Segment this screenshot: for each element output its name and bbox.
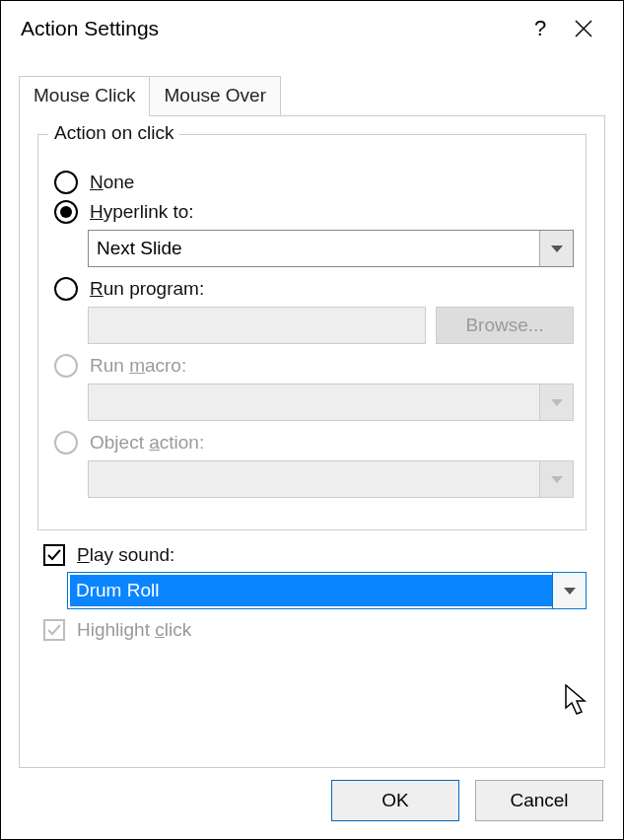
close-button[interactable] (562, 19, 605, 38)
hyperlink-radio[interactable] (54, 200, 78, 224)
objectaction-dropdown-arrow (539, 461, 573, 497)
radio-dot-icon (60, 206, 72, 218)
tab-mouse-over[interactable]: Mouse Over (150, 76, 280, 116)
highlight-row: Highlight click (43, 619, 587, 641)
chevron-down-icon (551, 399, 563, 406)
checkmark-icon (46, 622, 62, 638)
action-on-click-group: Action on click None Hyperlink to: Next … (37, 134, 587, 530)
hyperlink-label: Hyperlink to: (90, 201, 194, 223)
help-button[interactable]: ? (519, 16, 562, 41)
runmacro-dropdown-arrow (539, 385, 573, 420)
none-label: None (90, 172, 134, 193)
playsound-row: Play sound: (43, 544, 587, 566)
titlebar: Action Settings ? (1, 1, 623, 56)
runprogram-textbox (88, 307, 426, 344)
hyperlink-value: Next Slide (89, 238, 539, 259)
ok-button[interactable]: OK (331, 780, 459, 821)
runmacro-label: Run macro: (90, 355, 186, 377)
dialog-footer: OK Cancel (331, 780, 603, 821)
runmacro-row: Run macro: (54, 354, 574, 378)
hyperlink-dropdown-arrow[interactable] (539, 231, 573, 266)
runprogram-row: Run program: (54, 277, 574, 301)
tab-content: Action on click None Hyperlink to: Next … (19, 115, 605, 768)
runmacro-combo (88, 384, 574, 421)
dialog-title: Action Settings (21, 17, 519, 40)
playsound-checkbox[interactable] (43, 544, 65, 566)
highlight-checkbox (43, 619, 65, 641)
highlight-label: Highlight click (77, 619, 191, 641)
chevron-down-icon (551, 245, 563, 252)
playsound-value: Drum Roll (70, 575, 552, 606)
tab-mouse-click[interactable]: Mouse Click (19, 76, 150, 116)
cancel-button[interactable]: Cancel (475, 780, 603, 821)
action-settings-dialog: Action Settings ? Mouse Click Mouse Over… (0, 0, 624, 840)
tabstrip: Mouse Click Mouse Over (19, 76, 623, 116)
objectaction-row: Object action: (54, 431, 574, 455)
checkmark-icon (46, 547, 62, 563)
playsound-label: Play sound: (77, 544, 174, 566)
hyperlink-row: Hyperlink to: (54, 200, 574, 224)
group-legend: Action on click (48, 122, 179, 144)
browse-button: Browse... (436, 307, 574, 344)
none-row: None (54, 171, 574, 194)
objectaction-label: Object action: (90, 432, 204, 454)
objectaction-radio (54, 431, 78, 455)
runprogram-input-row: Browse... (88, 307, 574, 344)
runmacro-radio (54, 354, 78, 378)
playsound-dropdown-arrow[interactable] (552, 573, 586, 608)
close-icon (574, 19, 593, 38)
runprogram-radio[interactable] (54, 277, 78, 301)
none-radio[interactable] (54, 171, 78, 194)
objectaction-combo (88, 460, 574, 498)
runprogram-label: Run program: (90, 278, 204, 300)
playsound-combo[interactable]: Drum Roll (67, 572, 587, 609)
chevron-down-icon (564, 588, 576, 595)
hyperlink-combo[interactable]: Next Slide (88, 230, 574, 267)
chevron-down-icon (551, 476, 563, 483)
